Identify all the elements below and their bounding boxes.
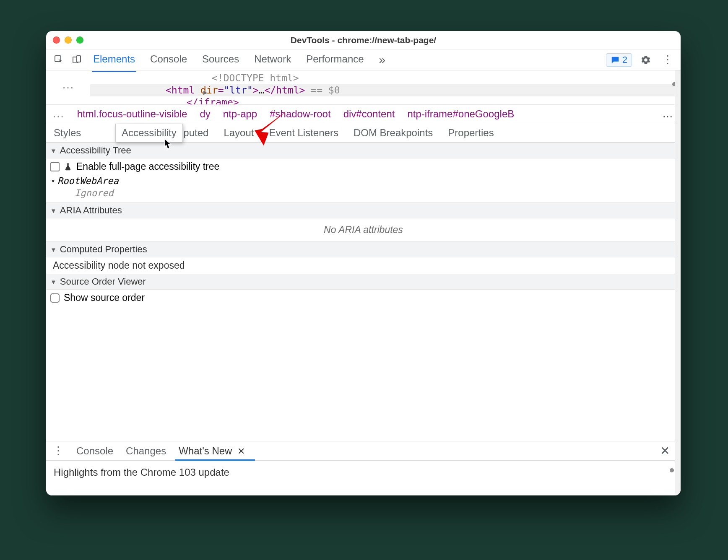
- main-tabs: Elements Console Sources Network Perform…: [92, 48, 386, 72]
- breadcrumb-item[interactable]: div#content: [343, 108, 395, 120]
- kebab-menu-icon[interactable]: ⋮: [660, 52, 676, 68]
- device-toggle-icon[interactable]: [69, 52, 85, 68]
- dom-breadcrumb[interactable]: ... html.focus-outline-visible dy ntp-ap…: [46, 105, 681, 123]
- show-source-order-label: Show source order: [64, 292, 145, 303]
- sidetab-properties[interactable]: Properties: [446, 124, 495, 142]
- zoom-window-button[interactable]: [76, 36, 83, 44]
- breadcrumb-end-ellipsis[interactable]: …: [662, 107, 674, 120]
- minimize-window-button[interactable]: [65, 36, 72, 44]
- inspect-element-icon[interactable]: [51, 52, 67, 68]
- drawer-tab-console[interactable]: Console: [75, 442, 115, 460]
- sidepanel-tabs: Styles mputed Layout Event Listeners DOM…: [46, 123, 681, 143]
- breadcrumb-item[interactable]: html.focus-outline-visible: [77, 108, 187, 120]
- tree-ignored-label: Ignored: [46, 187, 681, 202]
- checkbox-icon[interactable]: [50, 162, 60, 171]
- drawer-tabs: ⋮ Console Changes What's New ✕ ✕: [46, 441, 675, 461]
- section-computed-properties[interactable]: ▼Computed Properties: [46, 241, 681, 257]
- tab-sources[interactable]: Sources: [201, 48, 240, 72]
- aria-empty-msg: No ARIA attributes: [46, 218, 681, 241]
- drawer: ⋮ Console Changes What's New ✕ ✕ Highlig…: [46, 441, 675, 495]
- close-window-button[interactable]: [53, 36, 60, 44]
- scrollbar[interactable]: [675, 70, 681, 495]
- sidetab-layout[interactable]: Layout: [222, 124, 255, 142]
- section-aria-attributes[interactable]: ▼ARIA Attributes: [46, 202, 681, 218]
- experiment-flask-icon: [64, 162, 72, 171]
- sidetab-styles[interactable]: Styles: [52, 124, 83, 142]
- breadcrumb-item[interactable]: ntp-iframe#oneGoogleB: [407, 108, 514, 120]
- settings-gear-icon[interactable]: [638, 52, 654, 68]
- window-title: DevTools - chrome://new-tab-page/: [46, 35, 681, 45]
- section-source-order-viewer[interactable]: ▼Source Order Viewer: [46, 274, 681, 290]
- breadcrumb-start-ellipsis[interactable]: ...: [53, 107, 65, 120]
- drawer-tab-whats-new[interactable]: What's New ✕: [177, 442, 247, 460]
- dom-html-element[interactable]: ▶ <html dir="ltr">…</html> == $0: [90, 84, 681, 96]
- close-tab-icon[interactable]: ✕: [237, 446, 245, 456]
- sidetab-dom-breakpoints[interactable]: DOM Breakpoints: [352, 124, 434, 142]
- tree-root-row[interactable]: ▾ RootWebArea: [46, 175, 681, 187]
- svg-rect-2: [77, 56, 81, 62]
- dom-tree-area[interactable]: ⋯ <!DOCTYPE html> ▶ <html dir="ltr">…</h…: [46, 70, 681, 105]
- section-accessibility-tree[interactable]: ▼Accessibility Tree: [46, 143, 681, 158]
- traffic-lights: [53, 36, 83, 44]
- drawer-kebab-icon[interactable]: ⋮: [51, 444, 65, 457]
- devtools-window: DevTools - chrome://new-tab-page/ Elemen…: [46, 31, 681, 495]
- enable-full-page-tree-label: Enable full-page accessibility tree: [76, 161, 219, 172]
- tab-performance[interactable]: Performance: [305, 48, 364, 72]
- issues-count: 2: [622, 54, 627, 65]
- drawer-close-icon[interactable]: ✕: [660, 444, 670, 458]
- dom-tree-gutter: ⋯: [46, 70, 90, 104]
- scroll-indicator-icon: [670, 468, 674, 472]
- drawer-tab-changes[interactable]: Changes: [124, 442, 168, 460]
- issues-badge[interactable]: 2: [606, 53, 632, 67]
- dom-iframe-close: </iframe>: [166, 96, 681, 104]
- show-source-order-row[interactable]: Show source order: [46, 290, 681, 306]
- accessibility-panel: ▼Accessibility Tree Enable full-page acc…: [46, 143, 681, 306]
- tab-console[interactable]: Console: [149, 48, 188, 72]
- tab-elements[interactable]: Elements: [92, 48, 136, 72]
- breadcrumb-item[interactable]: dy: [200, 108, 210, 120]
- cursor-pointer-icon: [164, 138, 173, 149]
- computed-msg: Accessibility node not exposed: [46, 257, 681, 274]
- dom-doctype: <!DOCTYPE html>: [166, 72, 681, 84]
- enable-full-page-tree-row[interactable]: Enable full-page accessibility tree: [46, 158, 681, 175]
- titlebar: DevTools - chrome://new-tab-page/: [46, 31, 681, 49]
- main-toolbar: Elements Console Sources Network Perform…: [46, 49, 681, 70]
- checkbox-icon[interactable]: [50, 293, 60, 303]
- tabs-overflow-icon[interactable]: »: [378, 48, 387, 72]
- annotation-arrow-icon: [252, 109, 289, 146]
- drawer-body: Highlights from the Chrome 103 update: [46, 461, 675, 484]
- tab-network[interactable]: Network: [253, 48, 292, 72]
